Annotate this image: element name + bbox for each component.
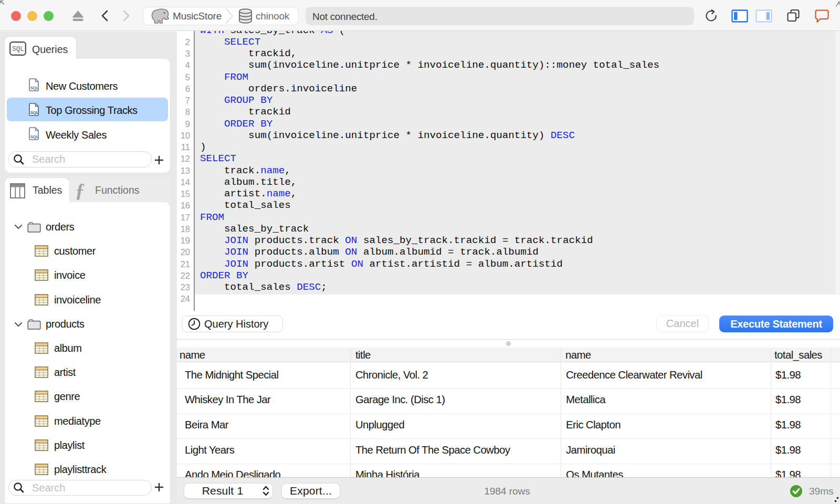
svg-text:SQL: SQL — [30, 86, 39, 90]
svg-text:SQL: SQL — [30, 110, 39, 114]
svg-text:SQL: SQL — [30, 134, 39, 139]
svg-text:SQL: SQL — [12, 46, 24, 53]
